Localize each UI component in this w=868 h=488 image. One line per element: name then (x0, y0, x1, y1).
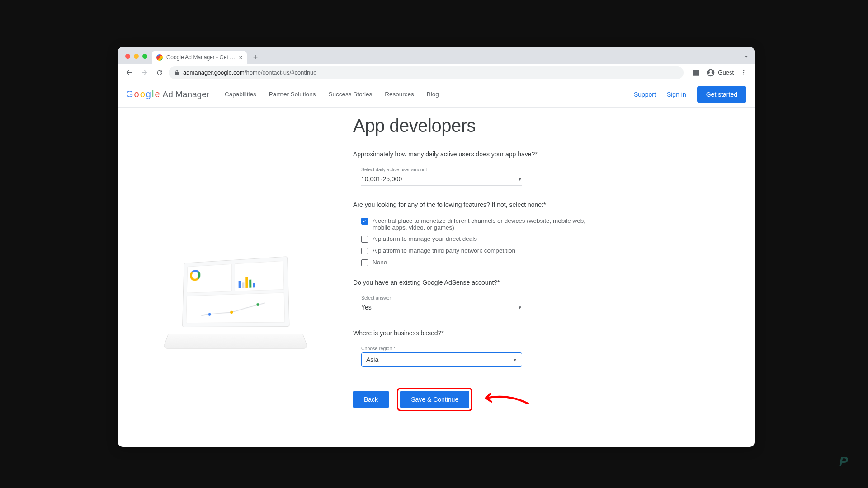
checkbox-icon (361, 218, 368, 225)
primary-nav: Capabilities Partner Solutions Success S… (225, 91, 439, 98)
question-dau: Approximately how many daily active user… (353, 150, 588, 158)
browser-window: Google Ad Manager - Get in t × + admanag… (118, 47, 755, 447)
save-continue-button[interactable]: Save & Continue (400, 391, 469, 408)
back-button[interactable]: Back (353, 391, 389, 408)
feature-label: None (373, 259, 387, 266)
menu-icon[interactable] (737, 66, 750, 79)
logo-product-text: Ad Manager (163, 89, 210, 99)
nav-resources[interactable]: Resources (385, 91, 414, 98)
svg-point-5 (208, 313, 211, 315)
dau-value: 10,001-25,000 (361, 175, 402, 183)
line-chart-icon (189, 300, 282, 319)
region-select[interactable]: Asia ▼ (361, 352, 522, 367)
site-header: Google Ad Manager Capabilities Partner S… (118, 81, 755, 108)
feature-label: A platform to manage your direct deals (373, 235, 477, 242)
close-window-icon[interactable] (125, 54, 130, 59)
bar-chart-icon (239, 274, 255, 288)
url-text: admanager.google.com/home/contact-us/#co… (183, 69, 317, 76)
address-bar[interactable]: admanager.google.com/home/contact-us/#co… (169, 66, 684, 79)
chevron-down-icon: ▼ (518, 305, 522, 310)
question-region: Where is your business based?* (353, 329, 588, 337)
region-value: Asia (366, 356, 378, 363)
page-title: App developers (353, 116, 588, 136)
features-checkbox-list: A central place to monetize different ch… (361, 217, 588, 266)
nav-success-stories[interactable]: Success Stories (328, 91, 372, 98)
browser-toolbar: admanager.google.com/home/contact-us/#co… (118, 64, 755, 81)
region-field-label: Choose region * (361, 346, 522, 351)
back-icon[interactable] (123, 66, 135, 79)
feature-option-0[interactable]: A central place to monetize different ch… (361, 217, 588, 231)
svg-point-7 (256, 303, 259, 306)
support-link[interactable]: Support (634, 91, 656, 98)
lock-icon (174, 70, 179, 75)
svg-point-2 (743, 70, 744, 71)
sign-in-link[interactable]: Sign in (667, 91, 686, 98)
nav-blog[interactable]: Blog (427, 91, 439, 98)
close-tab-icon[interactable]: × (239, 54, 242, 61)
question-adsense: Do you have an existing Google AdSense a… (353, 279, 588, 286)
form-actions: Back Save & Continue (353, 388, 588, 411)
feature-label: A platform to manage third party network… (373, 247, 515, 254)
feature-option-2[interactable]: A platform to manage third party network… (361, 247, 588, 254)
annotation-arrow-icon (481, 388, 530, 411)
browser-tab[interactable]: Google Ad Manager - Get in t × (152, 51, 247, 64)
maximize-window-icon[interactable] (142, 54, 147, 59)
adsense-field-label: Select answer (361, 295, 522, 300)
svg-point-6 (230, 310, 233, 313)
illustration-column (118, 111, 353, 447)
google-favicon-icon (156, 54, 163, 61)
forward-icon (138, 66, 151, 79)
dau-select[interactable]: 10,001-25,000 ▼ (361, 174, 522, 186)
page-content: App developers Approximately how many da… (118, 108, 755, 447)
reload-icon[interactable] (153, 66, 166, 79)
checkbox-icon (361, 236, 368, 243)
feature-option-3[interactable]: None (361, 259, 588, 266)
tabs-dropdown-icon[interactable] (744, 54, 749, 60)
svg-point-4 (743, 74, 744, 75)
watermark-logo: P (839, 454, 848, 469)
tab-strip: Google Ad Manager - Get in t × + (118, 47, 755, 64)
svg-point-1 (710, 70, 712, 72)
donut-chart-icon (190, 269, 201, 281)
nav-capabilities[interactable]: Capabilities (225, 91, 256, 98)
person-icon (706, 68, 715, 77)
google-ad-manager-logo[interactable]: Google Ad Manager (126, 89, 209, 99)
extensions-icon[interactable] (690, 66, 703, 79)
adsense-value: Yes (361, 304, 372, 311)
form-column: App developers Approximately how many da… (353, 111, 606, 447)
feature-option-1[interactable]: A platform to manage your direct deals (361, 235, 588, 243)
feature-label: A central place to monetize different ch… (373, 217, 588, 231)
checkbox-icon (361, 259, 368, 266)
annotation-highlight: Save & Continue (397, 388, 472, 411)
question-features: Are you looking for any of the following… (353, 201, 588, 208)
chevron-down-icon: ▼ (518, 177, 522, 182)
adsense-select[interactable]: Yes ▼ (361, 302, 522, 314)
get-started-button[interactable]: Get started (697, 86, 746, 103)
window-controls (123, 54, 152, 64)
svg-point-3 (743, 72, 744, 73)
minimize-window-icon[interactable] (134, 54, 139, 59)
nav-partner-solutions[interactable]: Partner Solutions (269, 91, 316, 98)
profile-guest[interactable]: Guest (704, 68, 736, 77)
tab-title: Google Ad Manager - Get in t (166, 54, 235, 61)
chevron-down-icon: ▼ (513, 357, 517, 362)
dau-field-label: Select daily active user amount (361, 167, 522, 172)
guest-label: Guest (718, 69, 734, 76)
new-tab-button[interactable]: + (250, 52, 261, 63)
laptop-illustration (165, 259, 306, 354)
checkbox-icon (361, 248, 368, 254)
